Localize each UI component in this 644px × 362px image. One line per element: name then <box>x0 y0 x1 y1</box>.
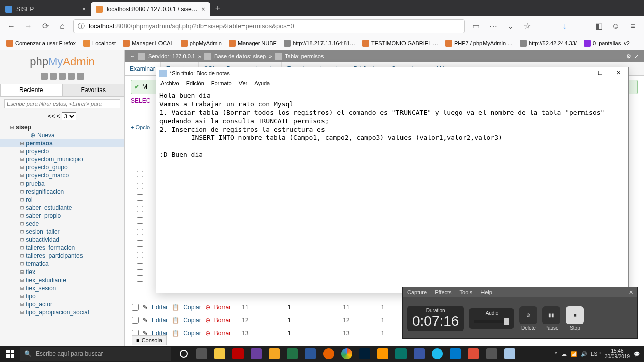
bookmark-item[interactable]: http://18.217.13.164:81… <box>281 39 358 48</box>
np-menu-edición[interactable]: Edición <box>186 80 204 88</box>
row-checkbox[interactable] <box>137 229 143 235</box>
chrome-icon[interactable] <box>338 346 355 362</box>
maximize-button[interactable]: ☐ <box>593 68 607 78</box>
home-button[interactable]: ⌂ <box>56 20 68 32</box>
tree-table-saber_propio[interactable]: ⊞saber_propio <box>0 212 124 220</box>
tree-table-permisos[interactable]: ⊞permisos <box>0 139 124 147</box>
docs-icon[interactable] <box>59 73 66 80</box>
rec-close-icon[interactable]: ✕ <box>629 289 633 296</box>
tray-wifi-icon[interactable]: 📶 <box>571 351 577 357</box>
bookmark-item[interactable]: http://52.42.244.33/ <box>517 39 580 48</box>
tray-onedrive-icon[interactable]: ☁ <box>561 351 567 357</box>
tree-db[interactable]: ⊟sisep <box>0 123 124 131</box>
audio-slider[interactable] <box>474 320 509 323</box>
tab-recent[interactable]: Reciente <box>0 84 62 96</box>
close-icon[interactable]: × <box>202 6 205 13</box>
tree-table-talleres_formacion[interactable]: ⊞talleres_formacion <box>0 244 124 252</box>
ie-icon[interactable] <box>429 346 446 362</box>
tree-table-sede[interactable]: ⊞sede <box>0 220 124 228</box>
reader-icon[interactable]: ▭ <box>470 20 482 32</box>
downloads-icon[interactable]: ↓ <box>558 20 571 32</box>
sidebar-icon[interactable]: ◧ <box>593 20 605 32</box>
start-button[interactable] <box>0 346 20 362</box>
tree-table-resignificacion[interactable]: ⊞resignificacion <box>0 188 124 196</box>
copy-link[interactable]: Copiar <box>183 304 201 311</box>
tray-chevron-icon[interactable]: ^ <box>555 351 557 357</box>
library-icon[interactable]: ⫴ <box>576 20 588 32</box>
notepad-textarea[interactable]: Hola buen dia Vamos a trabajar un rato c… <box>156 89 628 293</box>
reload-icon[interactable] <box>77 73 84 80</box>
vs-icon[interactable] <box>248 346 265 362</box>
app2-icon[interactable] <box>465 346 482 362</box>
menu-icon[interactable]: ≡ <box>627 20 639 32</box>
filezilla-icon[interactable] <box>229 346 247 362</box>
row-checkbox[interactable] <box>132 304 139 311</box>
tree-table-tipo_actor[interactable]: ⊞tipo_actor <box>0 300 124 308</box>
edit-link[interactable]: Editar <box>152 317 168 324</box>
bookmark-item[interactable]: Comenzar a usar Firefox <box>3 39 79 48</box>
reload-button[interactable]: ⟳ <box>39 20 51 32</box>
cortana-icon[interactable] <box>175 346 192 362</box>
tree-table-tipo[interactable]: ⊞tipo <box>0 292 124 300</box>
edit-link[interactable]: Editar <box>152 304 168 311</box>
notepad-task-icon[interactable] <box>501 346 518 362</box>
sublime-icon[interactable] <box>374 346 391 362</box>
pager-select[interactable]: 3 <box>62 112 76 120</box>
row-checkbox[interactable] <box>137 240 143 247</box>
address-bar[interactable]: ⓘ localhost:8080/phpmyadmin/sql.php?db=s… <box>73 19 465 33</box>
firefox-icon[interactable] <box>320 346 337 362</box>
row-checkbox[interactable] <box>137 263 143 270</box>
bookmark-item[interactable]: 0_pantallas_v2 <box>581 39 633 48</box>
info-icon[interactable]: ⓘ <box>78 22 85 31</box>
vscode-icon[interactable] <box>447 346 464 362</box>
rec-menu-capture[interactable]: Capture <box>407 289 427 295</box>
gear-icon[interactable]: ⚙ <box>626 53 631 60</box>
row-checkbox[interactable] <box>137 194 143 201</box>
tree-table-tiex_estudiante[interactable]: ⊞tiex_estudiante <box>0 276 124 284</box>
visio-icon[interactable] <box>411 346 428 362</box>
bookmark-item[interactable]: PHP7 / phpMyAdmin … <box>442 39 516 48</box>
rec-menu-effects[interactable]: Effects <box>435 289 451 295</box>
delete-button[interactable]: ⊘Delete <box>519 306 537 331</box>
row-checkbox[interactable] <box>137 171 143 177</box>
close-button[interactable]: ✕ <box>611 68 625 78</box>
bookmark-item[interactable]: Manager NUBE <box>226 39 280 48</box>
bc-db[interactable]: Base de datos: sisep <box>214 53 266 59</box>
rec-minimize-icon[interactable]: — <box>557 289 563 295</box>
tree-table-proyecto_grupo[interactable]: ⊞proyecto_grupo <box>0 163 124 171</box>
pause-button[interactable]: ▮▮Pause <box>542 306 560 331</box>
nav-tree[interactable]: ⊟sisep ⊕Nueva ⊞permisos⊞proyecto⊞proyect… <box>0 122 124 346</box>
tree-new[interactable]: ⊕Nueva <box>0 131 124 139</box>
inner-tab-examinar[interactable]: Examinar <box>125 62 161 75</box>
forward-button[interactable]: → <box>22 20 34 32</box>
tree-table-proyecto_marco[interactable]: ⊞proyecto_marco <box>0 171 124 179</box>
account-icon[interactable]: ☺ <box>610 20 622 32</box>
settings-icon[interactable] <box>68 73 75 80</box>
minimize-button[interactable]: — <box>575 68 589 78</box>
tree-table-proyectom_municipio[interactable]: ⊞proyectom_municipio <box>0 155 124 163</box>
notepad-titlebar[interactable]: *Sin título: Bloc de notas — ☐ ✕ <box>156 67 628 79</box>
tree-table-talleres_participantes[interactable]: ⊞talleres_participantes <box>0 252 124 260</box>
close-icon[interactable]: × <box>82 6 86 13</box>
np-menu-archivo[interactable]: Archivo <box>160 80 179 88</box>
bookmark-item[interactable]: Localhost <box>80 39 119 48</box>
bookmark-item[interactable]: phpMyAdmin <box>178 39 225 48</box>
new-tab-button[interactable]: + <box>210 3 226 14</box>
stop-button[interactable]: ■Stop <box>566 306 584 331</box>
taskbar-clock[interactable]: 15:48 30/09/2019 <box>605 348 630 359</box>
tree-table-tematica[interactable]: ⊞tematica <box>0 260 124 268</box>
tab-favorites[interactable]: Favoritas <box>62 84 125 96</box>
tree-table-tiex_sesion[interactable]: ⊞tiex_sesion <box>0 284 124 292</box>
tree-filter-input[interactable] <box>4 99 120 108</box>
home-icon[interactable] <box>41 73 48 80</box>
copy-link[interactable]: Copiar <box>183 330 201 337</box>
pocket-icon[interactable]: ⌄ <box>504 20 516 32</box>
app-icon[interactable] <box>266 346 283 362</box>
back-arrow-icon[interactable]: ← <box>130 53 135 59</box>
bc-table[interactable]: Tabla: permisos <box>285 53 324 59</box>
tray-notifications-icon[interactable]: 💬 <box>634 351 640 357</box>
row-checkbox[interactable] <box>137 275 143 282</box>
pager-prev[interactable]: << < <box>48 113 60 120</box>
tab-sisep[interactable]: SISEP × <box>0 2 91 16</box>
tree-table-subactividad[interactable]: ⊞subactividad <box>0 236 124 244</box>
